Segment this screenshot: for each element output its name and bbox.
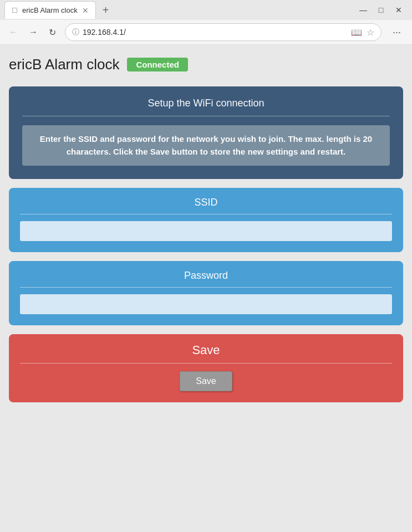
back-button[interactable]: ← — [7, 25, 20, 39]
tab-bar: ☐ ericB Alarm clock ✕ + — □ ✕ — [0, 0, 412, 20]
connected-badge: Connected — [127, 58, 188, 71]
forward-button[interactable]: → — [27, 25, 40, 39]
address-bar: ← → ↻ ⓘ 192.168.4.1/ 📖 ☆ ··· — [0, 20, 412, 44]
wifi-setup-card: Setup the WiFi connection Enter the SSID… — [9, 86, 403, 179]
password-divider — [20, 287, 392, 288]
url-text: 192.168.4.1/ — [83, 28, 348, 37]
wifi-card-title: Setup the WiFi connection — [22, 98, 390, 109]
minimize-button[interactable]: — — [359, 6, 368, 14]
tab-label: ericB Alarm clock — [22, 6, 78, 14]
ssid-input[interactable] — [20, 221, 392, 241]
save-card: Save Save — [9, 334, 403, 402]
url-info-icon: ⓘ — [72, 27, 79, 37]
save-button-wrapper: Save — [20, 371, 392, 391]
wifi-description: Enter the SSID and password for the netw… — [22, 125, 390, 166]
password-label: Password — [20, 270, 392, 282]
password-card: Password — [9, 261, 403, 325]
page-content: ericB Alarm clock Connected Setup the Wi… — [0, 45, 412, 532]
new-tab-button[interactable]: + — [98, 1, 114, 19]
browser-tab[interactable]: ☐ ericB Alarm clock ✕ — [4, 1, 96, 19]
url-right-icons: 📖 ☆ — [351, 27, 374, 38]
reader-mode-icon[interactable]: 📖 — [351, 27, 362, 38]
maximize-button[interactable]: □ — [377, 6, 385, 14]
url-bar[interactable]: ⓘ 192.168.4.1/ 📖 ☆ — [65, 23, 382, 41]
ssid-label: SSID — [20, 197, 392, 208]
tab-close-button[interactable]: ✕ — [82, 6, 89, 15]
window-controls: — □ ✕ — [359, 6, 408, 14]
password-input[interactable] — [20, 294, 392, 314]
wifi-divider — [22, 116, 390, 116]
favorites-icon[interactable]: ☆ — [367, 27, 374, 38]
close-button[interactable]: ✕ — [394, 6, 403, 14]
ssid-divider — [20, 214, 392, 214]
save-section-label: Save — [20, 343, 392, 357]
more-options-button[interactable]: ··· — [388, 24, 405, 40]
page-title: ericB Alarm clock — [9, 56, 119, 73]
tab-page-icon: ☐ — [12, 7, 18, 14]
save-divider — [20, 363, 392, 364]
ssid-card: SSID — [9, 188, 403, 252]
page-title-area: ericB Alarm clock Connected — [9, 56, 403, 73]
refresh-button[interactable]: ↻ — [47, 25, 58, 40]
browser-chrome: ☐ ericB Alarm clock ✕ + — □ ✕ ← → ↻ ⓘ 19… — [0, 0, 412, 45]
save-button[interactable]: Save — [180, 371, 232, 391]
